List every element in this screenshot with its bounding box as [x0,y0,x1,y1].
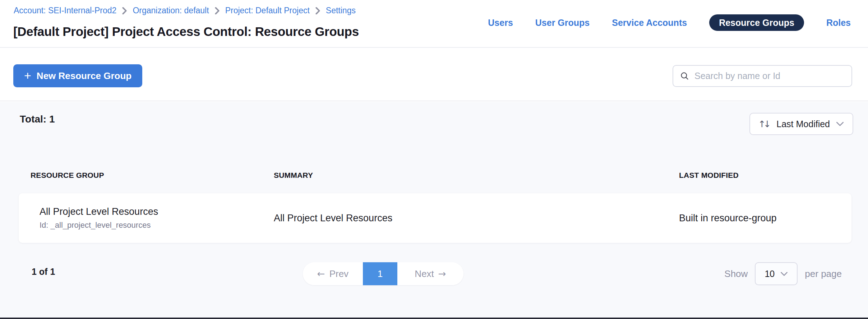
column-header-resource-group: RESOURCE GROUP [31,171,274,180]
pagination: ← Prev 1 Next → [303,262,463,285]
chevron-right-icon [214,7,220,14]
sort-dropdown[interactable]: ↑↓ Last Modified [749,113,853,135]
page-header: Account: SEI-Internal-Prod2 Organization… [0,0,868,48]
content-area: Total: 1 ↑↓ Last Modified RESOURCE GROUP… [0,102,868,318]
tab-users[interactable]: Users [488,14,513,31]
next-label: Next [415,268,434,279]
next-page-button[interactable]: Next → [397,262,463,285]
chevron-right-icon [122,7,127,14]
new-resource-group-button[interactable]: + New Resource Group [13,64,142,87]
resource-group-id: Id: _all_project_level_resources [40,221,274,230]
breadcrumb: Account: SEI-Internal-Prod2 Organization… [14,6,356,15]
page-size-select[interactable]: 10 [755,262,798,285]
tab-user-groups[interactable]: User Groups [535,14,590,31]
search-box [673,65,852,87]
per-page-control: Show 10 per page [724,262,842,285]
chevron-right-icon [315,7,320,14]
page-title: [Default Project] Project Access Control… [13,24,359,39]
column-header-last-modified: LAST MODIFIED [679,171,852,180]
sort-arrows-icon: ↑↓ [758,119,769,129]
arrow-right-icon: → [438,268,446,279]
resource-group-name: All Project Level Resources [40,206,274,217]
page-1-button[interactable]: 1 [363,262,397,285]
breadcrumb-project-link[interactable]: Project: Default Project [225,6,310,15]
breadcrumb-organization-link[interactable]: Organization: default [133,6,209,15]
tab-resource-groups[interactable]: Resource Groups [709,14,804,31]
resource-groups-page: Account: SEI-Internal-Prod2 Organization… [0,0,868,319]
resource-group-cell: All Project Level Resources Id: _all_pro… [40,206,274,230]
toolbar: + New Resource Group [0,48,868,101]
summary-cell: All Project Level Resources [274,213,679,224]
tab-roles[interactable]: Roles [826,14,851,31]
table-header-row: RESOURCE GROUP SUMMARY LAST MODIFIED [31,171,852,180]
search-icon [680,71,689,81]
last-modified-cell: Built in resource-group [679,213,851,224]
chevron-down-icon [780,272,788,276]
new-resource-group-label: New Resource Group [37,70,131,82]
breadcrumb-account-link[interactable]: Account: SEI-Internal-Prod2 [14,6,116,15]
tab-service-accounts[interactable]: Service Accounts [612,14,687,31]
total-count: Total: 1 [20,114,55,125]
breadcrumb-settings-link[interactable]: Settings [326,6,356,15]
window-bottom-edge [0,318,868,319]
show-label: Show [724,268,748,279]
table-row[interactable]: All Project Level Resources Id: _all_pro… [19,193,851,243]
access-control-tabs: Users User Groups Service Accounts Resou… [488,14,851,31]
arrow-left-icon: ← [317,268,325,279]
page-range-label: 1 of 1 [32,267,55,277]
plus-icon: + [24,69,31,82]
search-input[interactable] [694,71,845,81]
per-page-label: per page [805,268,842,279]
prev-page-button[interactable]: ← Prev [303,262,363,285]
prev-label: Prev [329,268,348,279]
column-header-summary: SUMMARY [274,171,679,180]
sort-dropdown-label: Last Modified [776,119,830,129]
page-size-value: 10 [765,269,775,279]
chevron-down-icon [836,121,844,126]
